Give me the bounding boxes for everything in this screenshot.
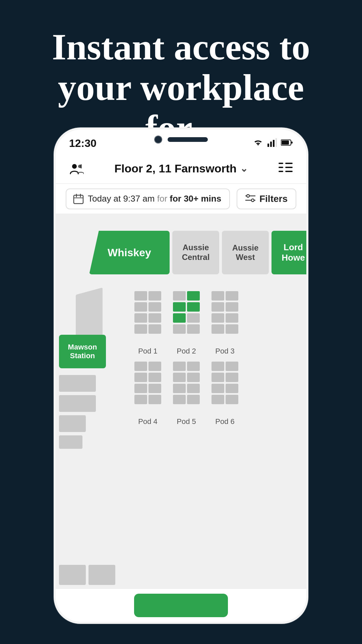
pod-5[interactable]: Pod 5 bbox=[170, 362, 203, 426]
svg-rect-15 bbox=[285, 171, 293, 172]
pod-4-desks bbox=[131, 362, 165, 415]
room-aussie-central[interactable]: Aussie Central bbox=[172, 231, 219, 274]
pod-4[interactable]: Pod 4 bbox=[131, 362, 165, 426]
phone-frame: 12:30 bbox=[54, 127, 308, 624]
pod-3[interactable]: Pod 3 bbox=[208, 291, 242, 356]
svg-rect-16 bbox=[74, 195, 83, 204]
svg-point-7 bbox=[72, 164, 77, 169]
svg-rect-13 bbox=[285, 163, 293, 164]
pod-2[interactable]: Pod 2 bbox=[170, 291, 203, 356]
svg-rect-3 bbox=[276, 138, 277, 147]
people-nav-icon[interactable] bbox=[68, 160, 85, 177]
phone-mockup: 12:30 bbox=[54, 127, 308, 624]
svg-point-21 bbox=[247, 195, 249, 197]
pod-6[interactable]: Pod 6 bbox=[208, 362, 242, 426]
pod-5-desks bbox=[170, 362, 203, 415]
battery-icon bbox=[281, 139, 293, 147]
floor-map: Whiskey Aussie Central Aussie West Lord … bbox=[56, 214, 306, 622]
left-desks bbox=[59, 375, 96, 449]
app-screen: 12:30 bbox=[56, 129, 306, 622]
top-nav: Floor 2, 11 Farnsworth ⌄ bbox=[56, 154, 306, 184]
svg-rect-10 bbox=[279, 163, 283, 164]
headline-line1: Instant access to bbox=[52, 26, 310, 67]
svg-rect-12 bbox=[279, 171, 283, 172]
pod-4-label: Pod 4 bbox=[138, 417, 158, 426]
room-aussie-west[interactable]: Aussie West bbox=[222, 231, 269, 274]
small-desk-4 bbox=[59, 435, 82, 449]
pod-2-desks bbox=[170, 291, 203, 345]
room-whiskey[interactable]: Whiskey bbox=[89, 231, 170, 274]
svg-point-23 bbox=[251, 199, 254, 202]
pod-6-desks bbox=[208, 362, 242, 415]
phone-sensors bbox=[154, 136, 208, 144]
wifi-icon bbox=[253, 138, 263, 148]
pod-1-desks bbox=[131, 291, 165, 345]
date-text: Today at 9:37 am for for 30+ mins bbox=[88, 194, 221, 204]
mawson-station[interactable]: Mawson Station bbox=[59, 335, 106, 368]
book-button[interactable] bbox=[134, 594, 228, 617]
filters-label: Filters bbox=[259, 194, 288, 204]
list-nav-icon[interactable] bbox=[277, 160, 294, 177]
pod-1[interactable]: Pod 1 bbox=[131, 291, 165, 356]
pod-3-desks bbox=[208, 291, 242, 345]
svg-rect-1 bbox=[270, 142, 272, 147]
svg-rect-5 bbox=[291, 142, 293, 144]
room-lord-howe[interactable]: Lord Howe bbox=[272, 231, 306, 274]
bottom-bar bbox=[56, 588, 306, 622]
filters-button[interactable]: Filters bbox=[237, 189, 296, 209]
svg-rect-2 bbox=[273, 140, 275, 147]
small-desk-3 bbox=[59, 415, 86, 432]
date-pill[interactable]: Today at 9:37 am for for 30+ mins bbox=[66, 189, 230, 209]
status-icons bbox=[253, 138, 293, 148]
pod-6-label: Pod 6 bbox=[215, 417, 235, 426]
svg-rect-14 bbox=[285, 167, 293, 168]
camera bbox=[154, 136, 162, 144]
svg-rect-6 bbox=[282, 141, 289, 145]
svg-rect-0 bbox=[267, 144, 269, 147]
sensor-bar bbox=[168, 137, 208, 142]
small-desk-1 bbox=[59, 375, 96, 392]
filter-bar: Today at 9:37 am for for 30+ mins Filter… bbox=[56, 184, 306, 214]
small-desk-2 bbox=[59, 395, 96, 412]
pod-3-label: Pod 3 bbox=[215, 347, 235, 356]
pod-2-label: Pod 2 bbox=[177, 347, 196, 356]
nav-title[interactable]: Floor 2, 11 Farnsworth ⌄ bbox=[114, 162, 248, 175]
signal-icon bbox=[267, 138, 277, 148]
chevron-icon: ⌄ bbox=[240, 163, 248, 174]
pod-1-label: Pod 1 bbox=[138, 347, 158, 356]
pod-5-label: Pod 5 bbox=[177, 417, 196, 426]
rooms-row: Whiskey Aussie Central Aussie West Lord … bbox=[89, 231, 306, 274]
status-time: 12:30 bbox=[69, 137, 97, 150]
bottom-edge-desks bbox=[59, 565, 115, 585]
svg-rect-11 bbox=[279, 167, 283, 168]
